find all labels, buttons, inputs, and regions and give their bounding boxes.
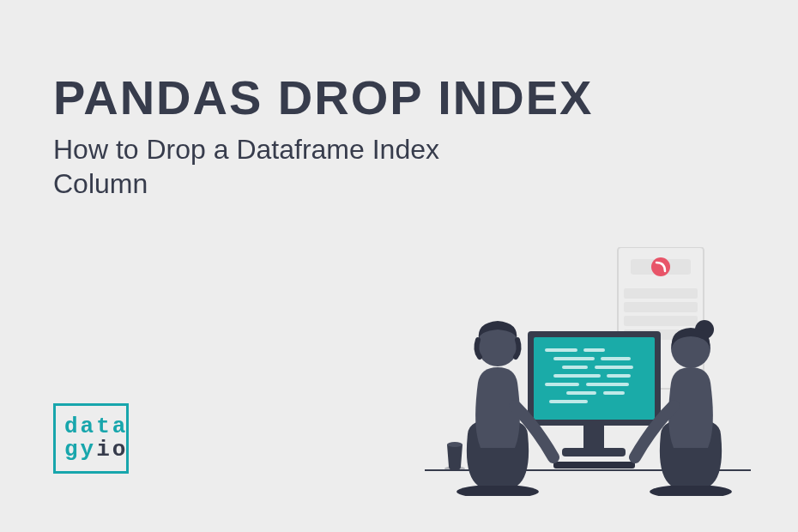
svg-rect-5 xyxy=(624,316,698,326)
page-subtitle: How to Drop a Dataframe Index Column xyxy=(53,132,499,201)
svg-rect-4 xyxy=(624,302,698,312)
svg-rect-18 xyxy=(562,366,588,369)
logo-io: io xyxy=(96,438,128,462)
svg-rect-14 xyxy=(545,348,577,352)
svg-rect-17 xyxy=(601,357,631,360)
svg-rect-26 xyxy=(549,400,588,403)
title-block: PANDAS DROP INDEX How to Drop a Datafram… xyxy=(53,74,593,201)
datagy-logo: data gyio xyxy=(53,403,129,474)
svg-rect-15 xyxy=(583,348,605,352)
svg-rect-23 xyxy=(586,383,629,386)
logo-gy: gy xyxy=(64,438,96,462)
logo-line-2: gyio xyxy=(64,438,126,462)
svg-point-32 xyxy=(650,485,732,496)
svg-rect-29 xyxy=(553,462,635,469)
svg-rect-27 xyxy=(583,426,604,450)
svg-rect-19 xyxy=(595,366,633,369)
svg-point-2 xyxy=(651,257,670,276)
svg-point-30 xyxy=(456,485,539,496)
svg-rect-3 xyxy=(624,288,698,299)
svg-rect-25 xyxy=(603,391,625,395)
logo-line-1: data xyxy=(64,415,126,438)
coding-illustration xyxy=(425,247,751,496)
svg-rect-24 xyxy=(566,391,596,395)
svg-rect-28 xyxy=(562,448,626,456)
svg-rect-20 xyxy=(553,374,601,378)
svg-rect-16 xyxy=(553,357,595,360)
svg-rect-22 xyxy=(545,383,579,386)
svg-rect-21 xyxy=(607,374,631,378)
page-title: PANDAS DROP INDEX xyxy=(53,74,593,122)
svg-point-11 xyxy=(447,442,462,447)
